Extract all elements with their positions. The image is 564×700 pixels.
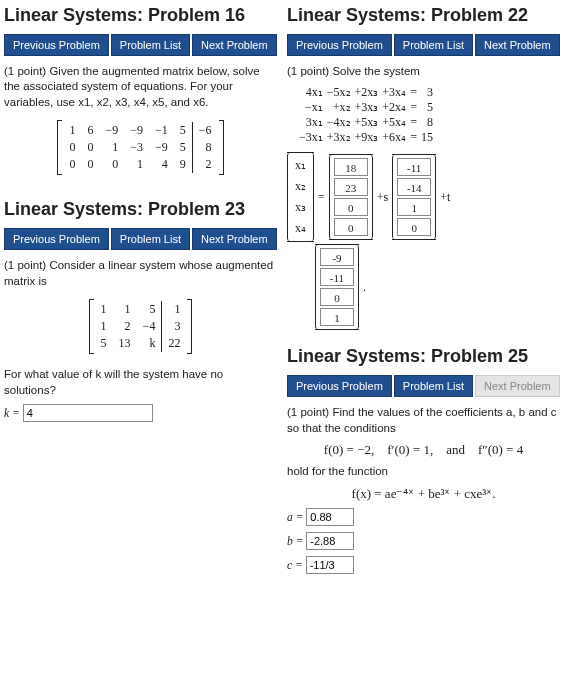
title: Linear Systems: Problem 22 bbox=[287, 6, 560, 26]
vector-input[interactable]: -14 bbox=[397, 178, 431, 196]
prev-button[interactable]: Previous Problem bbox=[287, 375, 392, 397]
problem-23: Linear Systems: Problem 23 Previous Prob… bbox=[4, 200, 277, 422]
matrix-cell: 0 bbox=[63, 156, 81, 173]
c-input[interactable] bbox=[306, 556, 354, 574]
eq-term: +5x₄ bbox=[380, 115, 408, 130]
vector-input[interactable]: 1 bbox=[320, 308, 354, 326]
nav-bar: Previous Problem Problem List Next Probl… bbox=[4, 228, 277, 250]
matrix-cell: −3 bbox=[124, 139, 149, 156]
k-answer-row: k = bbox=[4, 404, 277, 422]
plus-t: +t bbox=[440, 190, 450, 205]
variable-vector: x₁x₂x₃x₄ bbox=[287, 153, 314, 241]
matrix-cell: 0 bbox=[99, 156, 124, 173]
problem-25: Linear Systems: Problem 25 Previous Prob… bbox=[287, 347, 560, 573]
matrix-cell: 5 bbox=[137, 301, 162, 318]
solution-row-2: -9-1101 . bbox=[315, 245, 560, 329]
matrix-cell: 1 bbox=[63, 122, 81, 139]
problem-16: Linear Systems: Problem 16 Previous Prob… bbox=[4, 6, 277, 182]
t-vector: -9-1101 bbox=[315, 245, 359, 329]
b-input[interactable] bbox=[306, 532, 354, 550]
prev-button[interactable]: Previous Problem bbox=[287, 34, 392, 56]
matrix-cell: 2 bbox=[113, 318, 137, 335]
matrix-cell: 6 bbox=[81, 122, 99, 139]
prompt-text: (1 point) Consider a linear system whose… bbox=[4, 258, 277, 289]
eq-term: +3x₃ bbox=[353, 100, 381, 115]
s-vector: -11-1410 bbox=[392, 155, 436, 239]
vector-input[interactable]: 0 bbox=[320, 288, 354, 306]
matrix-cell: 3 bbox=[162, 318, 187, 335]
matrix-cell: 0 bbox=[81, 156, 99, 173]
vector-input[interactable]: 0 bbox=[397, 218, 431, 236]
hold-text: hold for the function bbox=[287, 464, 560, 480]
eq-term: +3x₂ bbox=[325, 130, 353, 145]
vector-input[interactable]: 0 bbox=[334, 218, 368, 236]
c-row: c = bbox=[287, 556, 560, 574]
matrix-cell: 1 bbox=[99, 139, 124, 156]
b-label: b = bbox=[287, 535, 303, 547]
eq-term: = bbox=[408, 115, 419, 130]
prompt-text: (1 point) Find the values of the coeffic… bbox=[287, 405, 560, 436]
function-def: f(x) = ae⁻⁴ˣ + be³ˣ + cxe³ˣ. bbox=[287, 486, 560, 502]
vector-input[interactable]: -11 bbox=[397, 158, 431, 176]
list-button[interactable]: Problem List bbox=[111, 34, 190, 56]
prev-button[interactable]: Previous Problem bbox=[4, 228, 109, 250]
plus-s: +s bbox=[377, 190, 388, 205]
eq-term: = bbox=[408, 100, 419, 115]
k-input[interactable] bbox=[23, 404, 153, 422]
matrix-cell: 5 bbox=[174, 122, 193, 139]
matrix-cell: 0 bbox=[81, 139, 99, 156]
vector-input[interactable]: 18 bbox=[334, 158, 368, 176]
particular-vector: 182300 bbox=[329, 155, 373, 239]
matrix-cell: 13 bbox=[113, 335, 137, 352]
prev-button[interactable]: Previous Problem bbox=[4, 34, 109, 56]
equation-system: 4x₁−5x₂+2x₃+3x₄=3−x₁+x₂+3x₃+2x₄=53x₁−4x₂… bbox=[297, 85, 435, 145]
nav-bar: Previous Problem Problem List Next Probl… bbox=[4, 34, 277, 56]
a-input[interactable] bbox=[306, 508, 354, 526]
eq-term: = bbox=[408, 130, 419, 145]
matrix-cell: 22 bbox=[162, 335, 187, 352]
a-row: a = bbox=[287, 508, 560, 526]
vector-input[interactable]: 1 bbox=[397, 198, 431, 216]
eq-term: 8 bbox=[419, 115, 435, 130]
matrix-cell: −6 bbox=[192, 122, 217, 139]
eq-term: 3x₁ bbox=[297, 115, 325, 130]
eq-term: −x₁ bbox=[297, 100, 325, 115]
eq-term: +6x₄ bbox=[380, 130, 408, 145]
var-label: x₃ bbox=[292, 198, 309, 217]
list-button[interactable]: Problem List bbox=[394, 375, 473, 397]
augmented-matrix: 16−9−9−15−6001−3−9580001492 bbox=[57, 120, 223, 175]
list-button[interactable]: Problem List bbox=[111, 228, 190, 250]
next-button[interactable]: Next Problem bbox=[192, 228, 277, 250]
eq-term: +3x₄ bbox=[380, 85, 408, 100]
list-button[interactable]: Problem List bbox=[394, 34, 473, 56]
vector-input[interactable]: -11 bbox=[320, 268, 354, 286]
b-row: b = bbox=[287, 532, 560, 550]
matrix-cell: 1 bbox=[124, 156, 149, 173]
matrix-cell: 9 bbox=[174, 156, 193, 173]
vector-input[interactable]: 0 bbox=[334, 198, 368, 216]
eq-term: −5x₂ bbox=[325, 85, 353, 100]
nav-bar: Previous Problem Problem List Next Probl… bbox=[287, 375, 560, 397]
matrix-cell: 5 bbox=[174, 139, 193, 156]
matrix-cell: 4 bbox=[149, 156, 174, 173]
vector-input[interactable]: 23 bbox=[334, 178, 368, 196]
next-button[interactable]: Next Problem bbox=[475, 34, 560, 56]
c-label: c = bbox=[287, 559, 303, 571]
matrix-cell: 2 bbox=[192, 156, 217, 173]
eq-term: 15 bbox=[419, 130, 435, 145]
matrix-cell: 1 bbox=[95, 301, 113, 318]
eq-term: +2x₄ bbox=[380, 100, 408, 115]
var-label: x₁ bbox=[292, 156, 309, 175]
vector-input[interactable]: -9 bbox=[320, 248, 354, 266]
var-label: x₂ bbox=[292, 177, 309, 196]
title: Linear Systems: Problem 16 bbox=[4, 6, 277, 26]
next-button: Next Problem bbox=[475, 375, 560, 397]
matrix-cell: 5 bbox=[95, 335, 113, 352]
eq-term: +9x₃ bbox=[353, 130, 381, 145]
matrix-cell: 0 bbox=[63, 139, 81, 156]
eq-term: 5 bbox=[419, 100, 435, 115]
eq-term: +2x₃ bbox=[353, 85, 381, 100]
next-button[interactable]: Next Problem bbox=[192, 34, 277, 56]
matrix-cell: −4 bbox=[137, 318, 162, 335]
matrix-cell: 1 bbox=[95, 318, 113, 335]
